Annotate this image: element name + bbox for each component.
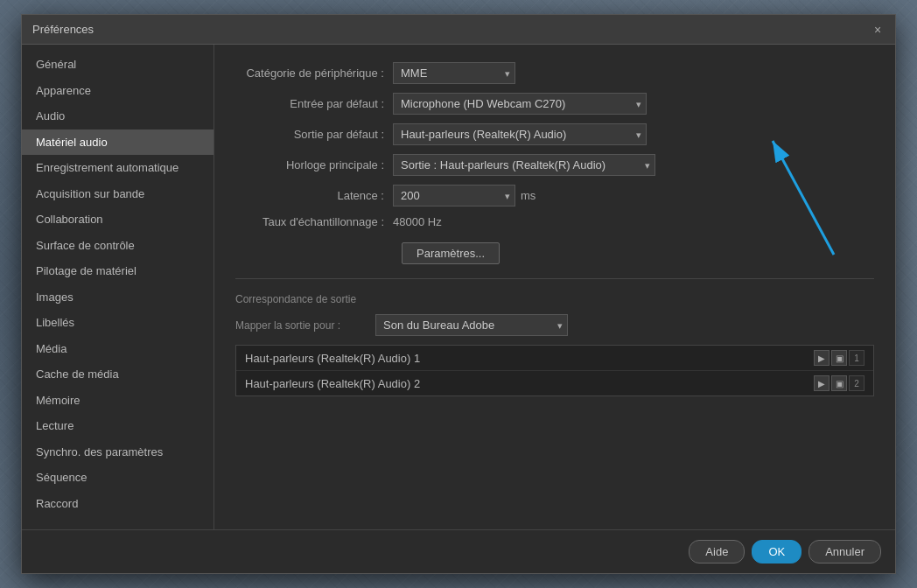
output-mapping-section-title: Correspondance de sortie [235,293,874,305]
output-list-item: Haut-parleurs (Realtek(R) Audio) 2▶▣2 [236,371,873,396]
cancel-button[interactable]: Annuler [808,540,881,564]
preferences-dialog: Préférences × GénéralApparenceAudioMatér… [21,14,896,574]
sidebar-item-images[interactable]: Images [22,284,214,311]
output-item-controls: ▶▣2 [814,375,864,391]
sidebar-item-hardware-pilot[interactable]: Pilotage de matériel [22,258,214,284]
sidebar-item-sync-settings[interactable]: Synchro. des paramètres [22,439,214,466]
device-category-select[interactable]: MMEASIOWindows Audio [393,62,515,84]
latency-unit: ms [521,189,536,202]
sidebar-item-audio-hardware[interactable]: Matériel audio [22,130,214,156]
params-button[interactable]: Paramètres... [402,242,500,264]
sidebar-item-media[interactable]: Média [22,336,214,362]
output-item-icon-btn-2[interactable]: ▣ [831,350,847,366]
output-item-channel-badge: 1 [849,350,864,366]
sidebar-item-sequence[interactable]: Séquence [22,465,214,491]
sidebar-item-memory[interactable]: Mémoire [22,388,214,414]
ok-button[interactable]: OK [752,540,802,564]
latency-select-wrapper[interactable]: 2001005025 [393,185,515,206]
input-default-row: Entrée par défaut : Microphone (HD Webca… [235,93,874,115]
latency-select[interactable]: 2001005025 [393,185,515,206]
sample-rate-row: Taux d'échantillonnage : 48000 Hz [235,215,874,228]
sample-rate-label: Taux d'échantillonnage : [235,215,393,228]
sidebar-item-collaboration[interactable]: Collaboration [22,206,214,233]
sidebar-item-labels[interactable]: Libellés [22,310,214,336]
params-row: Paramètres... [402,237,874,264]
output-default-select-wrapper[interactable]: Haut-parleurs (Realtek(R) Audio)CasqueAu… [393,123,647,145]
titlebar: Préférences × [22,15,895,45]
sidebar-item-playback[interactable]: Lecture [22,413,214,439]
sidebar-item-appearance[interactable]: Apparence [22,78,214,104]
sidebar-item-connector[interactable]: Raccord [22,491,214,517]
sidebar-item-band-acq[interactable]: Acquisition sur bande [22,181,214,207]
dialog-footer: Aide OK Annuler [22,529,895,573]
input-default-select[interactable]: Microphone (HD Webcam C270)Microphone (R… [393,93,647,115]
output-item-icon-btn-1[interactable]: ▶ [814,375,830,391]
output-list-item: Haut-parleurs (Realtek(R) Audio) 1▶▣1 [236,346,873,371]
output-default-label: Sortie par défaut : [235,128,393,141]
latency-label: Latence : [235,189,393,202]
main-clock-label: Horloge principale : [235,158,393,172]
sidebar-item-general[interactable]: Général [22,52,214,78]
sidebar-item-control-surface[interactable]: Surface de contrôle [22,233,214,259]
output-default-row: Sortie par défaut : Haut-parleurs (Realt… [235,123,874,145]
mapper-label: Mapper la sortie pour : [235,319,375,332]
main-content: Catégorie de périphérique : MMEASIOWindo… [214,45,895,529]
main-clock-select-wrapper[interactable]: Sortie : Haut-parleurs (Realtek(R) Audio… [393,154,655,176]
input-default-label: Entrée par défaut : [235,97,393,110]
sidebar-item-audio[interactable]: Audio [22,103,214,130]
mapper-row: Mapper la sortie pour : Son du Bureau Ad… [235,314,874,336]
output-item-icon-btn-1[interactable]: ▶ [814,350,830,366]
latency-row: Latence : 2001005025 ms [235,185,874,206]
help-button[interactable]: Aide [689,540,745,564]
device-category-row: Catégorie de périphérique : MMEASIOWindo… [235,62,874,84]
device-category-label: Catégorie de périphérique : [235,66,393,80]
output-item-controls: ▶▣1 [814,350,864,366]
sidebar-item-auto-record[interactable]: Enregistrement automatique [22,155,214,181]
mapper-select-wrapper[interactable]: Son du Bureau Adobe [375,314,568,336]
output-item-channel-badge: 2 [849,375,864,391]
section-divider [235,278,874,279]
output-list: Haut-parleurs (Realtek(R) Audio) 1▶▣1Hau… [235,345,874,396]
mapper-select[interactable]: Son du Bureau Adobe [375,314,568,336]
sidebar-item-media-cache[interactable]: Cache de média [22,361,214,388]
output-default-select[interactable]: Haut-parleurs (Realtek(R) Audio)CasqueAu… [393,123,647,145]
sample-rate-value: 48000 Hz [393,215,442,228]
dialog-body: GénéralApparenceAudioMatériel audioEnreg… [22,45,895,529]
main-clock-row: Horloge principale : Sortie : Haut-parle… [235,154,874,176]
device-category-select-wrapper[interactable]: MMEASIOWindows Audio [393,62,515,84]
output-item-label: Haut-parleurs (Realtek(R) Audio) 1 [245,352,814,365]
dialog-title: Préférences [32,23,94,36]
close-button[interactable]: × [871,23,885,37]
input-default-select-wrapper[interactable]: Microphone (HD Webcam C270)Microphone (R… [393,93,647,115]
main-clock-select[interactable]: Sortie : Haut-parleurs (Realtek(R) Audio… [393,154,655,176]
output-item-icon-btn-2[interactable]: ▣ [831,375,847,391]
sidebar: GénéralApparenceAudioMatériel audioEnreg… [22,45,214,529]
output-item-label: Haut-parleurs (Realtek(R) Audio) 2 [245,377,814,390]
